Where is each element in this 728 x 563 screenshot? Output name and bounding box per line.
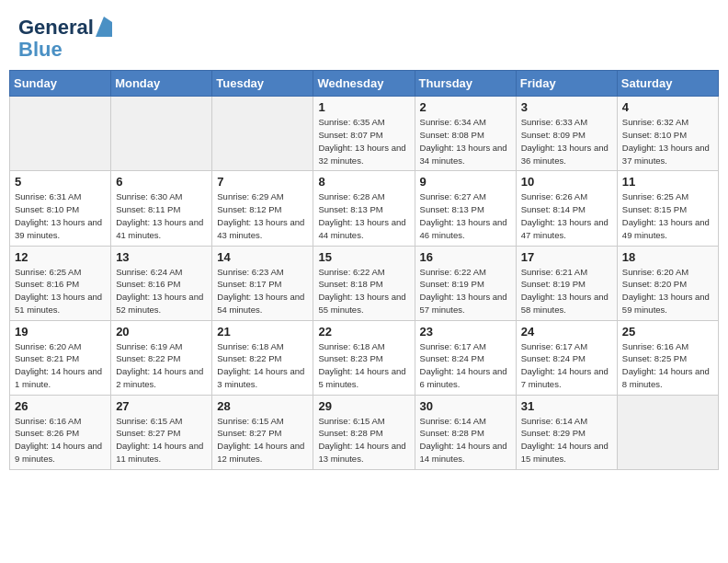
- calendar-cell: 3Sunrise: 6:33 AM Sunset: 8:09 PM Daylig…: [516, 97, 617, 171]
- day-number: 7: [217, 175, 308, 189]
- calendar-cell: 14Sunrise: 6:23 AM Sunset: 8:17 PM Dayli…: [212, 246, 313, 320]
- day-number: 5: [15, 175, 106, 189]
- day-info: Sunrise: 6:27 AM Sunset: 8:13 PM Dayligh…: [420, 190, 511, 241]
- day-info: Sunrise: 6:17 AM Sunset: 8:24 PM Dayligh…: [521, 340, 612, 391]
- calendar-cell: 15Sunrise: 6:22 AM Sunset: 8:18 PM Dayli…: [313, 246, 415, 320]
- calendar-cell: [111, 97, 212, 171]
- calendar-cell: 20Sunrise: 6:19 AM Sunset: 8:22 PM Dayli…: [111, 320, 212, 395]
- calendar-cell: 31Sunrise: 6:14 AM Sunset: 8:29 PM Dayli…: [516, 395, 617, 469]
- calendar-week-row: 19Sunrise: 6:20 AM Sunset: 8:21 PM Dayli…: [10, 320, 719, 395]
- day-info: Sunrise: 6:15 AM Sunset: 8:27 PM Dayligh…: [116, 415, 207, 465]
- calendar-cell: 10Sunrise: 6:26 AM Sunset: 8:14 PM Dayli…: [516, 171, 617, 246]
- day-of-week-header: Thursday: [415, 71, 516, 97]
- logo-icon: [96, 17, 112, 37]
- day-number: 6: [116, 175, 207, 189]
- day-info: Sunrise: 6:14 AM Sunset: 8:28 PM Dayligh…: [420, 415, 511, 465]
- day-number: 11: [622, 175, 713, 189]
- day-info: Sunrise: 6:25 AM Sunset: 8:15 PM Dayligh…: [622, 190, 713, 241]
- calendar-week-row: 12Sunrise: 6:25 AM Sunset: 8:16 PM Dayli…: [10, 246, 719, 320]
- day-info: Sunrise: 6:34 AM Sunset: 8:08 PM Dayligh…: [420, 116, 511, 167]
- day-info: Sunrise: 6:30 AM Sunset: 8:11 PM Dayligh…: [116, 190, 207, 241]
- day-number: 1: [318, 100, 409, 114]
- calendar-header-row: SundayMondayTuesdayWednesdayThursdayFrid…: [10, 71, 719, 97]
- calendar-cell: 7Sunrise: 6:29 AM Sunset: 8:12 PM Daylig…: [212, 171, 313, 246]
- calendar-cell: 30Sunrise: 6:14 AM Sunset: 8:28 PM Dayli…: [415, 395, 516, 469]
- day-number: 9: [420, 175, 511, 189]
- calendar-cell: 12Sunrise: 6:25 AM Sunset: 8:16 PM Dayli…: [10, 246, 111, 320]
- logo-blue: Blue: [18, 39, 112, 61]
- day-of-week-header: Saturday: [617, 71, 718, 97]
- calendar-cell: [617, 395, 718, 469]
- calendar-cell: 26Sunrise: 6:16 AM Sunset: 8:26 PM Dayli…: [10, 395, 111, 469]
- day-number: 31: [521, 399, 612, 413]
- calendar-week-row: 1Sunrise: 6:35 AM Sunset: 8:07 PM Daylig…: [10, 97, 719, 171]
- day-number: 27: [116, 399, 207, 413]
- day-number: 3: [521, 100, 612, 114]
- day-number: 2: [420, 100, 511, 114]
- calendar-cell: 24Sunrise: 6:17 AM Sunset: 8:24 PM Dayli…: [516, 320, 617, 395]
- day-info: Sunrise: 6:23 AM Sunset: 8:17 PM Dayligh…: [217, 266, 308, 316]
- day-info: Sunrise: 6:17 AM Sunset: 8:24 PM Dayligh…: [420, 340, 511, 391]
- day-number: 17: [521, 250, 612, 264]
- day-info: Sunrise: 6:19 AM Sunset: 8:22 PM Dayligh…: [116, 340, 207, 391]
- calendar-cell: 17Sunrise: 6:21 AM Sunset: 8:19 PM Dayli…: [516, 246, 617, 320]
- day-of-week-header: Monday: [111, 71, 212, 97]
- day-number: 21: [217, 325, 308, 339]
- day-info: Sunrise: 6:20 AM Sunset: 8:21 PM Dayligh…: [15, 340, 106, 391]
- day-number: 30: [420, 399, 511, 413]
- calendar-cell: 22Sunrise: 6:18 AM Sunset: 8:23 PM Dayli…: [313, 320, 415, 395]
- day-of-week-header: Wednesday: [313, 71, 415, 97]
- calendar-cell: 1Sunrise: 6:35 AM Sunset: 8:07 PM Daylig…: [313, 97, 415, 171]
- calendar-cell: 23Sunrise: 6:17 AM Sunset: 8:24 PM Dayli…: [415, 320, 516, 395]
- calendar-cell: 9Sunrise: 6:27 AM Sunset: 8:13 PM Daylig…: [415, 171, 516, 246]
- calendar-week-row: 5Sunrise: 6:31 AM Sunset: 8:10 PM Daylig…: [10, 171, 719, 246]
- day-number: 8: [318, 175, 409, 189]
- day-info: Sunrise: 6:24 AM Sunset: 8:16 PM Dayligh…: [116, 266, 207, 316]
- day-info: Sunrise: 6:14 AM Sunset: 8:29 PM Dayligh…: [521, 415, 612, 465]
- day-number: 14: [217, 250, 308, 264]
- logo-general: General: [18, 17, 94, 39]
- day-number: 23: [420, 325, 511, 339]
- calendar-cell: 19Sunrise: 6:20 AM Sunset: 8:21 PM Dayli…: [10, 320, 111, 395]
- svg-marker-0: [96, 17, 112, 37]
- day-info: Sunrise: 6:16 AM Sunset: 8:25 PM Dayligh…: [622, 340, 713, 391]
- day-info: Sunrise: 6:28 AM Sunset: 8:13 PM Dayligh…: [318, 190, 409, 241]
- day-number: 29: [318, 399, 409, 413]
- calendar-cell: 8Sunrise: 6:28 AM Sunset: 8:13 PM Daylig…: [313, 171, 415, 246]
- day-number: 20: [116, 325, 207, 339]
- calendar-cell: 5Sunrise: 6:31 AM Sunset: 8:10 PM Daylig…: [10, 171, 111, 246]
- day-number: 4: [622, 100, 713, 114]
- day-info: Sunrise: 6:18 AM Sunset: 8:22 PM Dayligh…: [217, 340, 308, 391]
- day-info: Sunrise: 6:33 AM Sunset: 8:09 PM Dayligh…: [521, 116, 612, 167]
- day-number: 13: [116, 250, 207, 264]
- day-of-week-header: Friday: [516, 71, 617, 97]
- day-info: Sunrise: 6:15 AM Sunset: 8:27 PM Dayligh…: [217, 415, 308, 465]
- day-of-week-header: Tuesday: [212, 71, 313, 97]
- day-number: 15: [318, 250, 409, 264]
- calendar-week-row: 26Sunrise: 6:16 AM Sunset: 8:26 PM Dayli…: [10, 395, 719, 469]
- day-info: Sunrise: 6:21 AM Sunset: 8:19 PM Dayligh…: [521, 266, 612, 316]
- calendar-cell: 6Sunrise: 6:30 AM Sunset: 8:11 PM Daylig…: [111, 171, 212, 246]
- header: General Blue: [9, 9, 719, 64]
- day-number: 10: [521, 175, 612, 189]
- day-info: Sunrise: 6:35 AM Sunset: 8:07 PM Dayligh…: [318, 116, 409, 167]
- day-of-week-header: Sunday: [10, 71, 111, 97]
- day-info: Sunrise: 6:15 AM Sunset: 8:28 PM Dayligh…: [318, 415, 409, 465]
- calendar-cell: 2Sunrise: 6:34 AM Sunset: 8:08 PM Daylig…: [415, 97, 516, 171]
- day-info: Sunrise: 6:29 AM Sunset: 8:12 PM Dayligh…: [217, 190, 308, 241]
- day-number: 16: [420, 250, 511, 264]
- calendar-cell: 27Sunrise: 6:15 AM Sunset: 8:27 PM Dayli…: [111, 395, 212, 469]
- day-info: Sunrise: 6:22 AM Sunset: 8:19 PM Dayligh…: [420, 266, 511, 316]
- calendar-cell: 13Sunrise: 6:24 AM Sunset: 8:16 PM Dayli…: [111, 246, 212, 320]
- day-info: Sunrise: 6:20 AM Sunset: 8:20 PM Dayligh…: [622, 266, 713, 316]
- calendar-cell: 11Sunrise: 6:25 AM Sunset: 8:15 PM Dayli…: [617, 171, 718, 246]
- calendar-cell: [10, 97, 111, 171]
- day-info: Sunrise: 6:32 AM Sunset: 8:10 PM Dayligh…: [622, 116, 713, 167]
- calendar-table: SundayMondayTuesdayWednesdayThursdayFrid…: [9, 70, 719, 469]
- day-info: Sunrise: 6:18 AM Sunset: 8:23 PM Dayligh…: [318, 340, 409, 391]
- calendar-cell: 18Sunrise: 6:20 AM Sunset: 8:20 PM Dayli…: [617, 246, 718, 320]
- calendar-cell: 28Sunrise: 6:15 AM Sunset: 8:27 PM Dayli…: [212, 395, 313, 469]
- day-info: Sunrise: 6:31 AM Sunset: 8:10 PM Dayligh…: [15, 190, 106, 241]
- logo: General Blue: [18, 17, 112, 61]
- calendar-cell: 16Sunrise: 6:22 AM Sunset: 8:19 PM Dayli…: [415, 246, 516, 320]
